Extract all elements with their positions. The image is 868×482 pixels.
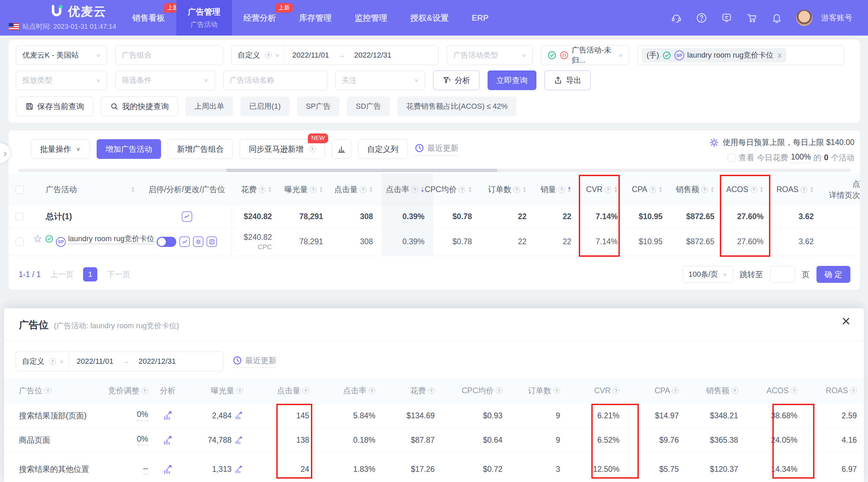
- chip-acos-filter[interactable]: 花费销售额占比(ACOS) ≤ 42%: [397, 97, 516, 116]
- campaign-status-select[interactable]: 广告活动-未归... ∨: [541, 45, 629, 65]
- help-circle-icon[interactable]: ?: [791, 387, 797, 394]
- col-cvr[interactable]: CVR?▲▼: [580, 173, 626, 206]
- help-circle-icon[interactable]: ?: [513, 186, 520, 193]
- bell-icon[interactable]: [771, 12, 783, 24]
- col-acos[interactable]: ACOS?▲▼: [723, 173, 772, 206]
- nav-item-ad-management[interactable]: 广告管理 广告活动: [176, 0, 232, 36]
- campaign-enable-toggle[interactable]: [157, 237, 176, 247]
- current-page-button[interactable]: 1: [83, 267, 97, 281]
- export-button[interactable]: 导出: [545, 70, 591, 90]
- date-start[interactable]: 2022/11/01: [292, 51, 329, 60]
- col-detail-page-clicks[interactable]: 点击详情页次数: [822, 173, 860, 206]
- prev-page-button[interactable]: 上一页: [50, 269, 74, 280]
- trend-chart-icon[interactable]: [182, 211, 192, 222]
- analysis-chart-icon[interactable]: [163, 435, 173, 445]
- campaign-name-input[interactable]: [223, 70, 327, 90]
- sort-icons[interactable]: ▲▼: [760, 186, 764, 193]
- col-impressions[interactable]: 曝光量?▲▼: [280, 173, 332, 206]
- sort-icons[interactable]: ▲▼: [567, 186, 571, 193]
- drawer-close-icon[interactable]: ×: [842, 314, 850, 329]
- analysis-chart-icon[interactable]: [234, 436, 243, 445]
- select-all-checkbox[interactable]: [16, 186, 24, 194]
- help-circle-icon[interactable]: ?: [309, 146, 316, 152]
- help-circle-icon[interactable]: ?: [459, 186, 466, 193]
- row-checkbox[interactable]: [16, 212, 24, 221]
- customer-service-icon[interactable]: [671, 12, 682, 24]
- help-circle-icon[interactable]: ?: [701, 186, 708, 193]
- help-circle-icon[interactable]: ?: [553, 387, 560, 394]
- col-sales[interactable]: 销售额?▲▼: [671, 173, 723, 206]
- add-campaign-button[interactable]: 增加广告活动: [97, 139, 161, 159]
- date-end[interactable]: 2022/12/31: [138, 357, 176, 366]
- view-checkbox[interactable]: [728, 154, 736, 162]
- per-page-select[interactable]: 100条/页∨: [683, 266, 733, 283]
- analysis-chart-icon[interactable]: [234, 465, 243, 474]
- jump-page-input[interactable]: [770, 266, 795, 283]
- help-circle-icon[interactable]: ?: [850, 387, 857, 394]
- campaign-name-link[interactable]: laundry room rug竞价卡位: [68, 234, 154, 243]
- help-circle-icon[interactable]: ?: [259, 186, 265, 193]
- follow-select[interactable]: 关注∨: [335, 70, 425, 90]
- help-circle-icon[interactable]: ?: [310, 186, 317, 193]
- col-campaign[interactable]: 广告活动 ▲▼: [31, 173, 142, 206]
- nav-item-business-analysis[interactable]: 经营分析 上新: [232, 0, 288, 36]
- chip-sp-ads[interactable]: SP广告: [297, 97, 339, 116]
- cell-bid-adjustment[interactable]: --: [116, 453, 155, 482]
- today-spend-pct[interactable]: 100%: [791, 152, 811, 163]
- help-circle-icon[interactable]: ?: [801, 186, 807, 193]
- col-spend[interactable]: 花费?▲▼: [231, 173, 280, 206]
- campaign-name-input-field[interactable]: [230, 76, 321, 85]
- user-avatar[interactable]: [796, 10, 812, 26]
- row-checkbox[interactable]: [16, 238, 24, 246]
- help-circle-icon[interactable]: ?: [558, 186, 565, 193]
- sort-icons[interactable]: ▲▼: [658, 186, 663, 193]
- filter-condition-select[interactable]: 筛选条件∨: [115, 70, 215, 90]
- chip-enabled[interactable]: 已启用(1): [240, 97, 290, 116]
- save-current-query-button[interactable]: 保存当前查询: [16, 97, 93, 116]
- cart-icon[interactable]: [746, 12, 757, 24]
- scrollbar-thumb[interactable]: [226, 169, 497, 172]
- store-select[interactable]: 优麦云K - 美国站∨: [16, 45, 107, 65]
- help-circle-icon[interactable]: ?: [141, 387, 148, 394]
- nav-item-erp[interactable]: ERP: [460, 0, 500, 36]
- account-name[interactable]: 游客账号: [821, 13, 852, 23]
- trend-chart-icon[interactable]: [179, 236, 190, 247]
- chip-last-week-orders[interactable]: 上周出单: [185, 97, 233, 116]
- confirm-button[interactable]: 确 定: [816, 266, 850, 283]
- analysis-chart-icon[interactable]: [163, 411, 173, 421]
- portfolio-input[interactable]: [115, 45, 223, 65]
- help-circle-icon[interactable]: ?: [731, 387, 738, 394]
- help-circle-icon[interactable]: ?: [672, 387, 679, 394]
- star-favorite-icon[interactable]: ☆: [33, 233, 42, 244]
- help-circle-icon[interactable]: ?: [613, 387, 619, 394]
- custom-columns-button[interactable]: 自定义列: [358, 139, 408, 159]
- sort-icons[interactable]: ▲▼: [522, 186, 527, 193]
- help-circle-icon[interactable]: ?: [44, 387, 51, 394]
- col-cpc[interactable]: CPC均价?▲▼: [433, 173, 480, 206]
- help-circle-icon[interactable]: ?: [302, 387, 309, 394]
- my-quick-queries-button[interactable]: 我的快捷查询: [101, 97, 178, 116]
- drawer-recent-update-control[interactable]: 最近更新: [232, 355, 276, 368]
- notes-document-icon[interactable]: [206, 236, 217, 247]
- help-circle-icon[interactable]: ?: [605, 186, 611, 193]
- analysis-chart-icon[interactable]: [234, 411, 243, 420]
- sort-icons[interactable]: ▲▼: [420, 186, 425, 193]
- targeting-type-select[interactable]: 投放类型∨: [16, 70, 107, 90]
- date-start[interactable]: 2022/11/01: [77, 357, 113, 366]
- col-clicks[interactable]: 点击量?▲▼: [332, 173, 381, 206]
- add-portfolio-button[interactable]: 新增广告组合: [168, 139, 233, 159]
- campaign-type-select[interactable]: 广告活动类型∨: [447, 45, 533, 65]
- col-roas[interactable]: ROAS?▲▼: [772, 173, 822, 206]
- portfolio-input-field[interactable]: [122, 51, 217, 60]
- col-units[interactable]: 销量?▲▼: [535, 173, 580, 206]
- gear-icon[interactable]: [709, 138, 719, 148]
- sort-icons[interactable]: ▲▼: [131, 186, 135, 193]
- sort-icons[interactable]: ▲▼: [268, 186, 272, 193]
- campaign-tag[interactable]: (手) SP laundry room rug竞价卡位 x: [642, 48, 786, 62]
- next-page-button[interactable]: 下一页: [107, 269, 130, 280]
- tag-close-icon[interactable]: x: [778, 51, 782, 60]
- analysis-chart-icon[interactable]: [163, 464, 173, 475]
- sort-icons[interactable]: ▲▼: [369, 186, 373, 193]
- sort-icons[interactable]: ▲▼: [614, 186, 618, 193]
- help-circle-icon[interactable]: ?: [265, 52, 272, 59]
